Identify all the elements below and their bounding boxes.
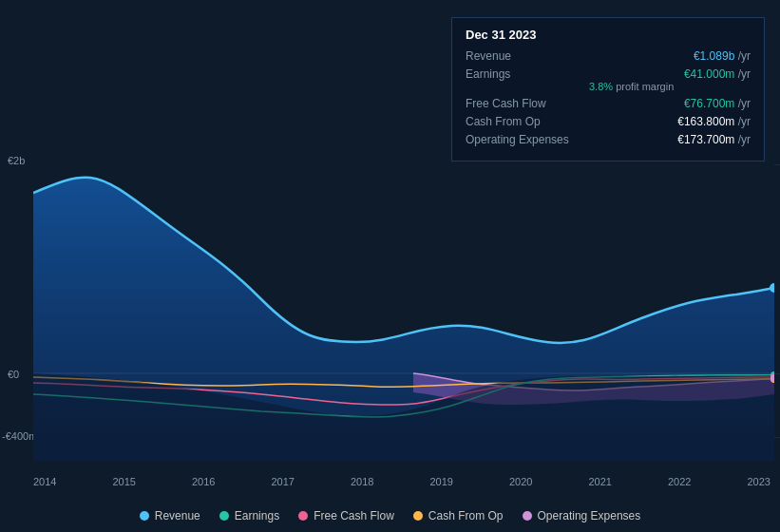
legend-dot-earnings — [219, 511, 229, 521]
legend-cashfromop[interactable]: Cash From Op — [413, 509, 504, 522]
y-label-neg400m: -€400m — [2, 430, 37, 442]
x-label-2014: 2014 — [33, 476, 56, 487]
y-label-2b: €2b — [8, 155, 25, 166]
tooltip-row-fcf: Free Cash Flow €76.700m /yr — [466, 97, 751, 110]
legend-dot-cashfromop — [413, 511, 423, 521]
x-label-2022: 2022 — [668, 476, 691, 487]
tooltip-label-opex: Operating Expenses — [466, 133, 589, 146]
tooltip-label-fcf: Free Cash Flow — [466, 97, 589, 110]
tooltip-title: Dec 31 2023 — [466, 28, 751, 42]
legend-revenue[interactable]: Revenue — [140, 509, 200, 522]
tooltip-row-earnings: Earnings €41.000m /yr 3.8% profit margin — [466, 67, 751, 92]
y-label-0: €0 — [8, 369, 19, 380]
legend-label-opex: Operating Expenses — [538, 509, 641, 522]
legend-label-revenue: Revenue — [155, 509, 200, 522]
x-label-2017: 2017 — [272, 476, 295, 487]
tooltip-row-opex: Operating Expenses €173.700m /yr — [466, 133, 751, 146]
tooltip-label-cashfromop: Cash From Op — [466, 115, 589, 128]
x-label-2023: 2023 — [748, 476, 770, 487]
tooltip-value-revenue: €1.089b /yr — [694, 49, 751, 63]
profit-margin: 3.8% profit margin — [589, 81, 674, 92]
chart-svg — [33, 147, 774, 461]
legend-label-earnings: Earnings — [235, 509, 279, 522]
legend-label-fcf: Free Cash Flow — [314, 509, 394, 522]
tooltip-label-revenue: Revenue — [466, 49, 589, 63]
tooltip-label-earnings: Earnings — [466, 67, 589, 81]
tooltip-panel: Dec 31 2023 Revenue €1.089b /yr Earnings… — [451, 17, 765, 162]
chart-legend: Revenue Earnings Free Cash Flow Cash Fro… — [0, 509, 780, 522]
x-axis: 2014 2015 2016 2017 2018 2019 2020 2021 … — [33, 476, 770, 487]
x-label-2019: 2019 — [430, 476, 453, 487]
tooltip-value-cashfromop: €163.800m /yr — [677, 115, 751, 128]
legend-opex[interactable]: Operating Expenses — [523, 509, 641, 522]
legend-fcf[interactable]: Free Cash Flow — [298, 509, 394, 522]
legend-label-cashfromop: Cash From Op — [428, 509, 504, 522]
legend-dot-revenue — [140, 511, 149, 521]
x-label-2016: 2016 — [192, 476, 215, 487]
x-label-2018: 2018 — [351, 476, 373, 487]
tooltip-value-opex: €173.700m /yr — [677, 133, 751, 146]
tooltip-value-earnings: €41.000m /yr — [684, 67, 751, 81]
legend-dot-fcf — [298, 511, 308, 521]
x-label-2021: 2021 — [589, 476, 612, 487]
legend-earnings[interactable]: Earnings — [219, 509, 279, 522]
legend-dot-opex — [523, 511, 532, 521]
x-label-2020: 2020 — [509, 476, 532, 487]
tooltip-row-cashfromop: Cash From Op €163.800m /yr — [466, 115, 751, 128]
tooltip-value-fcf: €76.700m /yr — [684, 97, 751, 110]
tooltip-row-revenue: Revenue €1.089b /yr — [466, 49, 751, 63]
x-label-2015: 2015 — [113, 476, 136, 487]
